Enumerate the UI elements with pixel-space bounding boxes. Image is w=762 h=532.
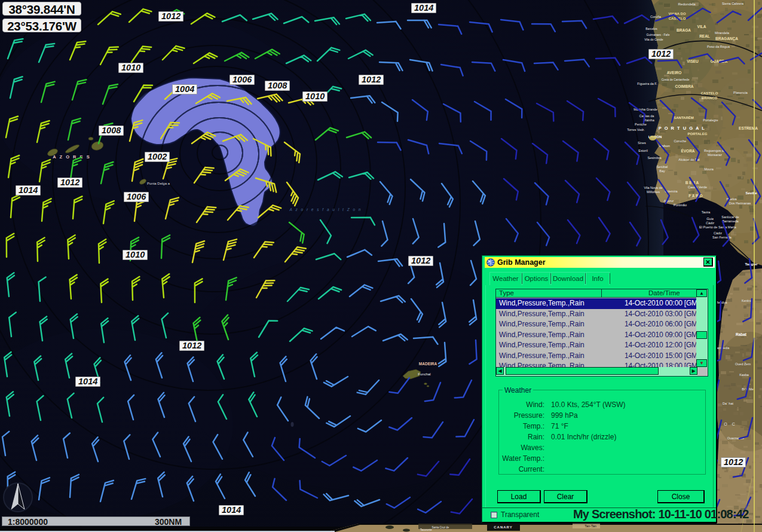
svg-text:Caldas da: Caldas da [639, 114, 655, 118]
svg-text:Kenitra: Kenitra [742, 299, 751, 302]
svg-text:BRANCO: BRANCO [702, 96, 718, 100]
svg-text:Tavira: Tavira [702, 210, 711, 214]
svg-text:Cádiz: Cádiz [714, 231, 722, 235]
svg-text:Figueira da F.: Figueira da F. [637, 82, 657, 85]
svg-text:Peniche: Peniche [635, 123, 647, 126]
svg-text:Cádiz: Cádiz [706, 221, 714, 225]
svg-text:Santa Cruz de: Santa Cruz de [432, 526, 449, 529]
svg-text:VISEU: VISEU [687, 59, 699, 63]
svg-text:Funchal: Funchal [418, 372, 430, 376]
svg-text:F A R O: F A R O [688, 194, 702, 198]
svg-text:A z o r e s f a u l t Z o: A z o r e s f a u l t Z o n [289, 207, 362, 212]
svg-text:ÉVORA: ÉVORA [681, 148, 694, 153]
svg-text:MADEIRA: MADEIRA [419, 362, 437, 366]
svg-text:Barcelos: Barcelos [645, 27, 657, 30]
svg-text:ammedia: ammedia [717, 346, 730, 350]
svg-text:VILA: VILA [697, 25, 706, 29]
svg-text:Sanlúcar de: Sanlúcar de [721, 215, 739, 219]
svg-text:CANARY: CANARY [494, 525, 512, 529]
svg-text:Monsaraz: Monsaraz [708, 153, 722, 157]
svg-text:Estoril: Estoril [638, 149, 647, 152]
svg-text:Sesimbra: Sesimbra [647, 156, 662, 160]
svg-text:Torres Vedr.: Torres Vedr. [627, 128, 645, 132]
svg-text:Barrameda: Barrameda [722, 219, 739, 223]
svg-text:Redondela: Redondela [678, 2, 696, 6]
svg-text:AVEIRO: AVEIRO [667, 71, 681, 75]
svg-text:Ponta Delga a: Ponta Delga a [147, 182, 170, 185]
svg-text:BRAGANÇA: BRAGANÇA [715, 36, 738, 41]
svg-text:Mirandela: Mirandela [715, 31, 730, 35]
svg-text:SANTARÉM: SANTARÉM [674, 115, 694, 120]
svg-text:Coruña: Coruña [650, 15, 662, 19]
svg-text:El Puerto de Santa María: El Puerto de Santa María [699, 225, 737, 229]
svg-text:Peso da Régua: Peso da Régua [707, 45, 730, 48]
svg-text:A Z O R E S: A Z O R E S [53, 154, 90, 160]
svg-text:COIMBRA: COIMBRA [675, 84, 693, 88]
svg-text:Vila Nova de: Vila Nova de [644, 186, 662, 189]
svg-text:Tan-Tan: Tan-Tan [584, 524, 596, 528]
svg-text:Vila do Conde: Vila do Conde [644, 38, 663, 41]
svg-text:ESTREMA: ESTREMA [739, 126, 758, 130]
svg-text:Guia: Guia [706, 217, 714, 221]
svg-text:BRAGA: BRAGA [677, 28, 691, 32]
svg-text:Rainha: Rainha [644, 118, 654, 122]
svg-text:Plasencia: Plasencia [733, 91, 748, 94]
svg-text:Castro Verde: Castro Verde [688, 185, 707, 189]
svg-text:PORTALEG: PORTALEG [688, 132, 708, 136]
svg-text:REAL: REAL [699, 34, 710, 38]
svg-text:Aljezur: Aljezur [664, 199, 674, 203]
svg-text:Seville: Seville [745, 191, 757, 195]
svg-text:Rabat: Rabat [736, 332, 747, 337]
svg-text:CASTELO: CASTELO [701, 91, 718, 95]
svg-text:Dos Hermanas: Dos Hermanas [729, 201, 751, 205]
svg-text:Oued Zem: Oued Zem [735, 362, 751, 366]
svg-text:P O R T U G A L: P O R T U G A L [659, 126, 705, 131]
svg-text:Costa de Cantanhede: Costa de Cantanhede [662, 78, 690, 81]
svg-text:Moura: Moura [704, 167, 714, 171]
svg-text:Portimão: Portimão [674, 203, 687, 207]
svg-text:Coruche: Coruche [674, 139, 687, 143]
svg-text:Bay: Bay [659, 169, 665, 173]
svg-text:Da` hat: Da` hat [723, 402, 734, 405]
svg-text:Milfontes: Milfontes [647, 190, 660, 194]
svg-text:Sierra Cabrera: Sierra Cabrera [722, 2, 744, 5]
svg-text:Setúbal: Setúbal [657, 165, 668, 169]
svg-text:Tacoronte: Tacoronte [420, 528, 432, 531]
svg-text:O C: O C [724, 422, 736, 426]
svg-text:Kasba: Kasba [739, 373, 749, 377]
svg-text:Tangier: Tangier [745, 262, 758, 266]
svg-text:Sines: Sines [638, 141, 646, 145]
svg-text:Guimaraes - Fafe: Guimaraes - Fafe [647, 33, 670, 36]
